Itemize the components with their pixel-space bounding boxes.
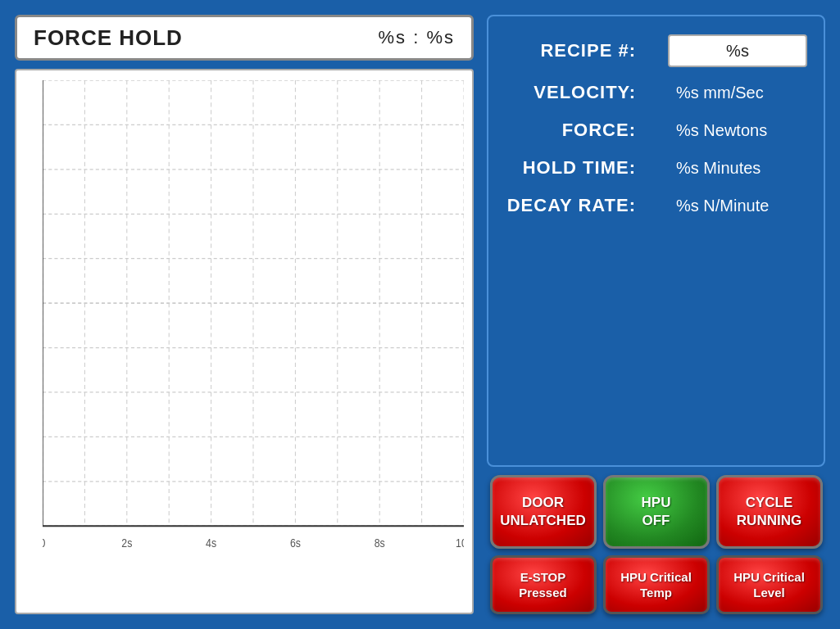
svg-text:4s: 4s [206, 536, 216, 550]
chart-area: 10 0 -10 0 2s 4s 6s 8s 10s [15, 69, 474, 614]
left-panel: FORCE HOLD %s : %s [15, 15, 474, 614]
hpu-critical-temp-button[interactable]: HPU CriticalTemp [603, 555, 710, 614]
force-label: FORCE: [505, 120, 636, 141]
decay-rate-row: DECAY RATE: %s N/Minute [505, 187, 807, 224]
cycle-running-button[interactable]: CYCLERUNNING [716, 475, 823, 549]
force-value: %s Newtons [668, 121, 807, 140]
hold-time-value: %s Minutes [668, 159, 807, 178]
svg-text:0: 0 [43, 536, 46, 550]
recipe-label: RECIPE #: [505, 40, 636, 61]
force-row: FORCE: %s Newtons [505, 111, 807, 149]
force-hold-value: %s : %s [379, 27, 455, 48]
recipe-input[interactable] [668, 34, 807, 67]
force-hold-header: FORCE HOLD %s : %s [15, 15, 474, 61]
right-panel: RECIPE #: VELOCITY: %s mm/Sec FORCE: %s … [487, 15, 825, 614]
bottom-button-row: E-STOPPressed HPU CriticalTemp HPU Criti… [487, 555, 825, 614]
main-container: FORCE HOLD %s : %s [0, 0, 840, 629]
velocity-label: VELOCITY: [505, 82, 636, 103]
velocity-value: %s mm/Sec [668, 84, 807, 102]
estop-button[interactable]: E-STOPPressed [490, 555, 597, 614]
top-button-row: DOORUNLATCHED HPUOFF CYCLERUNNING [487, 475, 825, 549]
svg-text:2s: 2s [121, 536, 132, 550]
recipe-row: RECIPE #: [505, 28, 807, 74]
chart-svg: 10 0 -10 0 2s 4s 6s 8s 10s [43, 80, 464, 590]
buttons-section: DOORUNLATCHED HPUOFF CYCLERUNNING E-STOP… [487, 475, 825, 614]
hpu-critical-level-button[interactable]: HPU CriticalLevel [716, 555, 823, 614]
info-panel: RECIPE #: VELOCITY: %s mm/Sec FORCE: %s … [487, 15, 825, 467]
svg-text:10s: 10s [456, 536, 464, 550]
hold-time-label: HOLD TIME: [505, 157, 636, 179]
hpu-off-button[interactable]: HPUOFF [603, 475, 710, 549]
door-unlatched-button[interactable]: DOORUNLATCHED [490, 475, 597, 549]
force-hold-title: FORCE HOLD [34, 25, 183, 51]
svg-text:6s: 6s [290, 536, 301, 550]
decay-rate-label: DECAY RATE: [505, 195, 636, 216]
hold-time-row: HOLD TIME: %s Minutes [505, 149, 807, 187]
svg-text:8s: 8s [375, 536, 385, 550]
decay-rate-value: %s N/Minute [668, 197, 807, 215]
velocity-row: VELOCITY: %s mm/Sec [505, 74, 807, 111]
